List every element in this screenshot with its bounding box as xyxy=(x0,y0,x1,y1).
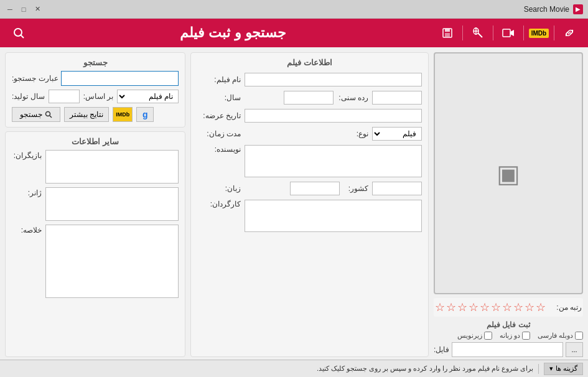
writer-label: نویسنده: xyxy=(197,145,241,154)
file-path-input[interactable] xyxy=(452,342,563,357)
star-2[interactable]: ☆ xyxy=(446,300,456,314)
maximize-button[interactable]: □ xyxy=(19,4,29,14)
poster-placeholder-icon: ▣ xyxy=(497,159,520,188)
star-4[interactable]: ☆ xyxy=(469,300,478,314)
language-input[interactable] xyxy=(290,182,340,195)
genre-row: ژانر: xyxy=(12,187,179,221)
dub-checkbox[interactable] xyxy=(575,332,583,340)
dub-checkbox-label[interactable]: دوبله فارسی xyxy=(538,332,583,340)
title-bar-title: Search Movie xyxy=(524,5,569,14)
search-btn-label: جستجو xyxy=(20,110,42,119)
divider-4 xyxy=(554,26,554,40)
actors-row: بازیگران: xyxy=(12,150,179,184)
genre-textarea[interactable] xyxy=(45,187,179,221)
star-1[interactable]: ☆ xyxy=(435,300,445,314)
language-country-row: کشور: زبان: xyxy=(197,182,422,195)
search-year-row: نام فیلم نام بازیگر نام کارگردان بر اساس… xyxy=(12,90,179,103)
browse-button[interactable]: ... xyxy=(566,342,583,357)
type-select[interactable]: فیلم سریال مستند انیمیشن xyxy=(372,127,422,141)
country-label: کشور: xyxy=(343,184,368,193)
left-panel: ▣ رتبه من: ☆ ☆ ☆ ☆ ☆ ☆ ☆ ☆ ☆ ☆ ثبت فایل … xyxy=(434,52,583,357)
movie-info-title: اطلاعات فیلم xyxy=(197,58,422,67)
writer-textarea[interactable] xyxy=(245,145,422,177)
rating-row: رتبه من: ☆ ☆ ☆ ☆ ☆ ☆ ☆ ☆ ☆ ☆ xyxy=(434,298,583,317)
poster-area[interactable]: ▣ xyxy=(434,52,583,294)
lang-country-fields: کشور: xyxy=(245,182,422,195)
star-10[interactable]: ☆ xyxy=(536,300,546,314)
sub-checkbox[interactable] xyxy=(484,332,492,340)
basis-select[interactable]: نام فیلم نام بازیگر نام کارگردان xyxy=(117,90,179,103)
search-phrase-label: عبارت جستجو: xyxy=(12,74,58,83)
actors-label: بازیگران: xyxy=(12,150,42,160)
svg-rect-2 xyxy=(445,33,450,37)
search-year-input[interactable] xyxy=(49,90,80,103)
google-button[interactable]: g xyxy=(136,107,154,122)
star-6[interactable]: ☆ xyxy=(491,300,501,314)
star-3[interactable]: ☆ xyxy=(457,300,467,314)
summary-row: خلاصه: xyxy=(12,225,179,300)
writer-row: نویسنده: xyxy=(197,145,422,177)
file-input-row: ... فایل: xyxy=(434,342,583,357)
tag-button[interactable] xyxy=(467,22,489,44)
release-date-label: تاریخ عرضه: xyxy=(197,111,241,120)
imdb-search-button[interactable]: IMDb xyxy=(113,107,133,122)
header-toolbar: IMDb xyxy=(436,22,581,44)
file-section-title: ثبت فایل فیلم xyxy=(434,320,583,329)
star-7[interactable]: ☆ xyxy=(502,300,512,314)
director-textarea[interactable] xyxy=(245,200,422,232)
language-label: زبان: xyxy=(197,184,241,193)
more-results-button[interactable]: نتایج بیشتر xyxy=(64,107,109,122)
divider-3 xyxy=(523,26,524,40)
dual-checkbox-label[interactable]: دو زبانه xyxy=(500,332,530,340)
divider-1 xyxy=(462,26,463,40)
chevron-down-icon: ▾ xyxy=(549,365,553,373)
close-button[interactable]: ✕ xyxy=(32,4,42,14)
star-9[interactable]: ☆ xyxy=(525,300,534,314)
dual-checkbox[interactable] xyxy=(522,332,530,340)
summary-textarea[interactable] xyxy=(45,225,179,298)
year-input[interactable] xyxy=(284,91,334,105)
movie-info-panel: اطلاعات فیلم نام فیلم: رده سنی: سال: تار… xyxy=(190,52,429,357)
svg-point-8 xyxy=(14,29,22,36)
options-button[interactable]: گزینه ها ▾ xyxy=(544,363,583,375)
title-bar: ▶ Search Movie ─ □ ✕ xyxy=(0,0,588,19)
duration-label: مدت زمان: xyxy=(197,129,241,138)
svg-point-10 xyxy=(46,112,50,116)
file-label: فایل: xyxy=(434,345,449,354)
search-phrase-input[interactable] xyxy=(61,71,179,86)
country-input[interactable] xyxy=(372,182,422,195)
divider-2 xyxy=(493,26,493,40)
options-label: گزینه ها xyxy=(556,365,577,373)
type-row: فیلم سریال مستند انیمیشن نوع: مدت زمان: xyxy=(197,127,422,141)
search-btn-row: g IMDb نتایج بیشتر جستجو xyxy=(12,107,179,122)
svg-line-9 xyxy=(21,35,24,39)
file-checkboxes: دوبله فارسی دو زبانه زیرنویس xyxy=(434,332,583,340)
sub-checkbox-label[interactable]: زیرنویس xyxy=(457,332,492,340)
stars: ☆ ☆ ☆ ☆ ☆ ☆ ☆ ☆ ☆ ☆ xyxy=(435,300,546,314)
header-search-button[interactable] xyxy=(7,22,30,44)
year-label: سال: xyxy=(197,93,241,102)
save-button[interactable] xyxy=(436,22,459,44)
star-5[interactable]: ☆ xyxy=(480,300,490,314)
star-8[interactable]: ☆ xyxy=(513,300,523,314)
genre-label: ژانر: xyxy=(12,187,42,197)
imdb-button[interactable]: IMDb xyxy=(528,22,550,44)
actors-textarea[interactable] xyxy=(45,150,179,184)
release-date-input[interactable] xyxy=(245,109,422,123)
right-panel: جستجو عبارت جستجو: نام فیلم نام بازیگر ن… xyxy=(5,52,185,357)
age-rating-input[interactable] xyxy=(372,91,422,105)
status-bar: گزینه ها ▾ برای شروع نام فیلم مورد نظر ر… xyxy=(0,360,588,377)
title-bar-left: ▶ Search Movie xyxy=(524,4,583,14)
svg-marker-7 xyxy=(510,30,514,36)
name-label: نام فیلم: xyxy=(197,75,241,84)
name-row: نام فیلم: xyxy=(197,73,422,86)
director-label: کارگردان: xyxy=(197,200,241,208)
minimize-button[interactable]: ─ xyxy=(5,4,15,14)
name-input[interactable] xyxy=(245,73,422,86)
svg-line-11 xyxy=(50,116,52,118)
file-section: ثبت فایل فیلم دوبله فارسی دو زبانه زیرنو… xyxy=(434,320,583,357)
year-row: رده سنی: سال: xyxy=(197,91,422,105)
video-button[interactable] xyxy=(497,22,520,44)
link-button[interactable] xyxy=(558,22,581,44)
search-button[interactable]: جستجو xyxy=(12,107,60,122)
